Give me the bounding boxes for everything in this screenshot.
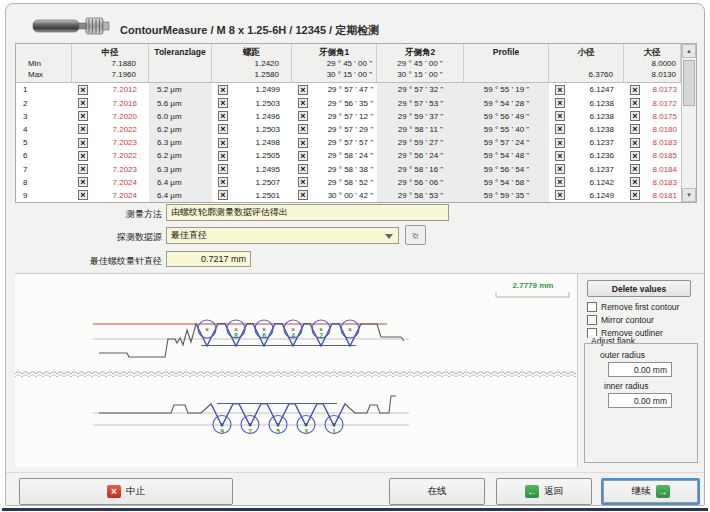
next-button[interactable]: 继续 →	[601, 478, 700, 505]
row-checkbox-fa1[interactable]: ×	[298, 85, 308, 95]
value-fa1: 29 ° 57 ' 47 "	[308, 85, 377, 94]
row-checkbox-d1[interactable]: ×	[555, 151, 565, 161]
value-d1: 6.1237	[565, 165, 624, 174]
scroll-down-icon[interactable]: ▼	[682, 188, 696, 202]
row-checkbox-fa1[interactable]: ×	[298, 177, 308, 187]
value-d2: 7.2022	[88, 151, 149, 160]
row-checkbox-d1[interactable]: ×	[555, 124, 565, 134]
cell-tol: 6.4 µm	[149, 189, 212, 202]
probe-points-button[interactable]	[405, 225, 426, 245]
table-row[interactable]: 2×7.20165.6 µm×1.2503×29 ° 56 ' 35 "29 °…	[16, 97, 681, 110]
value-profile: 59 ° 57 ' 24 "	[464, 138, 549, 147]
table-row[interactable]: 1×7.20125.2 µm×1.2499×29 ° 57 ' 47 "29 °…	[16, 83, 681, 96]
row-checkbox-D[interactable]: ×	[630, 151, 640, 161]
value-pitch: 1.2503	[228, 99, 292, 108]
table-row[interactable]: 7×7.20236.3 µm×1.2495×29 ° 58 ' 38 "29 °…	[16, 162, 681, 175]
table-row[interactable]: 8×7.20246.4 µm×1.2507×29 ° 58 ' 52 "29 °…	[16, 176, 681, 189]
method-field[interactable]: 由螺纹轮廓测量数据评估得出	[166, 204, 449, 221]
source-dropdown[interactable]: 最佳直径	[166, 227, 399, 244]
row-checkbox-d1[interactable]: ×	[555, 190, 565, 200]
scroll-up-icon[interactable]: ▲	[682, 44, 696, 58]
delete-values-button[interactable]: Delete values	[587, 280, 691, 297]
table-row[interactable]: 3×7.20206.0 µm×1.2496×29 ° 57 ' 12 "29 °…	[16, 110, 681, 123]
table-row[interactable]: 4×7.20226.2 µm×1.2503×29 ° 57 ' 29 "29 °…	[16, 123, 681, 136]
row-checkbox-D[interactable]: ×	[630, 138, 640, 148]
checkbox-box[interactable]	[587, 302, 597, 312]
row-checkbox-fa1[interactable]: ×	[298, 151, 308, 161]
row-checkbox-d1[interactable]: ×	[555, 138, 565, 148]
value-d1: 6.1238	[565, 112, 624, 121]
row-checkbox-fa1[interactable]: ×	[298, 164, 308, 174]
row-checkbox-d2[interactable]: ×	[78, 138, 88, 148]
row-checkbox-pitch[interactable]: ×	[218, 138, 228, 148]
table-row[interactable]: 6×7.20226.2 µm×1.2505×29 ° 58 ' 24 "29 °…	[16, 149, 681, 162]
value-tol: 6.3 µm	[149, 165, 212, 174]
table-scrollbar[interactable]: ▲ ▼	[681, 44, 696, 202]
row-checkbox-d2[interactable]: ×	[78, 111, 88, 121]
row-checkbox-d2[interactable]: ×	[78, 177, 88, 187]
cell-d2: ×7.2023	[72, 136, 149, 149]
upper-flank-overlay	[196, 324, 361, 347]
cell-fa1: ×30 ° 00 ' 42 "	[292, 189, 377, 202]
panel-checkbox-2[interactable]: Mirror contour	[587, 315, 654, 325]
panel-checkbox-1[interactable]: Remove first contour	[587, 302, 679, 312]
cell-pitch: ×1.2496	[212, 110, 292, 123]
value-fa2: 29 ° 58 ' 11 "	[377, 125, 464, 134]
table-row[interactable]: 5×7.20236.3 µm×1.2498×29 ° 57 ' 57 "29 °…	[16, 136, 681, 149]
row-checkbox-pitch[interactable]: ×	[218, 85, 228, 95]
probe-number-upper: 2	[319, 332, 323, 339]
row-checkbox-D[interactable]: ×	[630, 164, 640, 174]
row-checkbox-D[interactable]: ×	[630, 111, 640, 121]
row-checkbox-fa1[interactable]: ×	[298, 111, 308, 121]
break-wave-line	[15, 372, 576, 374]
row-checkbox-d2[interactable]: ×	[78, 98, 88, 108]
wire-diameter-field[interactable]: 0.7217 mm	[166, 251, 251, 267]
row-checkbox-d2[interactable]: ×	[78, 151, 88, 161]
row-checkbox-pitch[interactable]: ×	[218, 164, 228, 174]
row-checkbox-d2[interactable]: ×	[78, 124, 88, 134]
row-checkbox-fa1[interactable]: ×	[298, 124, 308, 134]
online-button-label: 在线	[428, 485, 447, 498]
probe-cross-marker: ×	[205, 326, 209, 333]
row-checkbox-D[interactable]: ×	[630, 85, 640, 95]
value-profile: 59 ° 54 ' 28 "	[464, 99, 549, 108]
row-checkbox-d1[interactable]: ×	[555, 177, 565, 187]
row-checkbox-fa1[interactable]: ×	[298, 190, 308, 200]
row-checkbox-D[interactable]: ×	[630, 190, 640, 200]
row-checkbox-d2[interactable]: ×	[78, 164, 88, 174]
row-checkbox-fa1[interactable]: ×	[298, 138, 308, 148]
row-checkbox-pitch[interactable]: ×	[218, 98, 228, 108]
row-checkbox-d1[interactable]: ×	[555, 164, 565, 174]
row-checkbox-pitch[interactable]: ×	[218, 151, 228, 161]
row-checkbox-fa1[interactable]: ×	[298, 98, 308, 108]
online-button[interactable]: 在线	[389, 478, 485, 505]
row-checkbox-pitch[interactable]: ×	[218, 124, 228, 134]
checkbox-box[interactable]	[587, 315, 597, 325]
scrollbar-track[interactable]	[682, 58, 696, 188]
value-fa2: 29 ° 59 ' 27 "	[377, 138, 464, 147]
row-checkbox-d2[interactable]: ×	[78, 190, 88, 200]
scrollbar-thumb[interactable]	[683, 60, 695, 106]
row-checkbox-D[interactable]: ×	[630, 177, 640, 187]
value-pitch: 1.2507	[228, 178, 292, 187]
inner-radius-field[interactable]: 0.00 mm	[608, 393, 672, 408]
back-button[interactable]: ← 返回	[496, 478, 592, 505]
outer-radius-field[interactable]: 0.00 mm	[608, 362, 672, 377]
row-checkbox-d2[interactable]: ×	[78, 85, 88, 95]
row-checkbox-D[interactable]: ×	[630, 98, 640, 108]
row-checkbox-d1[interactable]: ×	[555, 111, 565, 121]
abort-button[interactable]: × 中止	[19, 478, 233, 505]
table-row[interactable]: 9×7.20246.4 µm×1.2501×30 ° 00 ' 42 "29 °…	[16, 189, 681, 202]
row-checkbox-D[interactable]: ×	[630, 124, 640, 134]
value-pitch: 1.2496	[228, 112, 292, 121]
row-checkbox-d1[interactable]: ×	[555, 98, 565, 108]
row-checkbox-pitch[interactable]: ×	[218, 111, 228, 121]
window-bottom-edge	[2, 508, 708, 511]
row-checkbox-pitch[interactable]: ×	[218, 190, 228, 200]
cell-pitch: ×1.2503	[212, 123, 292, 136]
next-button-label: 继续	[632, 485, 651, 498]
row-checkbox-pitch[interactable]: ×	[218, 177, 228, 187]
chevron-down-icon[interactable]	[385, 234, 393, 239]
value-d2: 7.2023	[88, 165, 149, 174]
row-checkbox-d1[interactable]: ×	[555, 85, 565, 95]
